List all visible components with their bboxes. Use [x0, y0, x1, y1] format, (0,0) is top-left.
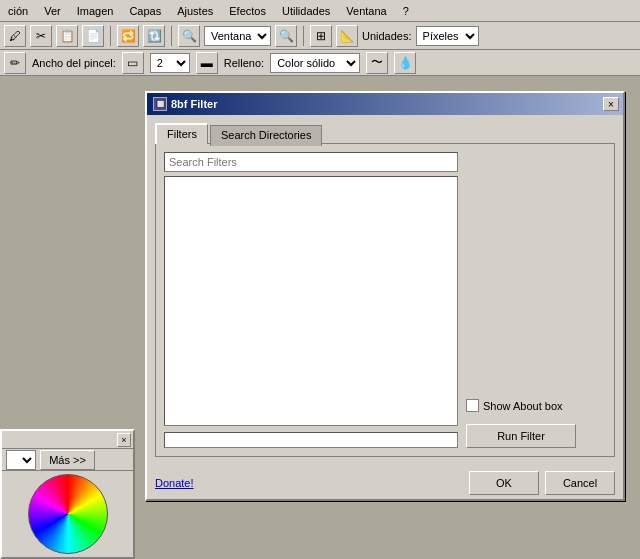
- menu-capas[interactable]: Capas: [125, 4, 165, 18]
- dialog-8bf-filter: 🔲 8bf Filter × Filters Search Directorie…: [145, 91, 625, 501]
- dialog-footer: Donate! OK Cancel: [147, 465, 623, 499]
- color-panel: × Más >>: [0, 429, 135, 559]
- tool-btn-8[interactable]: 🔍: [275, 25, 297, 47]
- relleno-label: Relleno:: [224, 57, 264, 69]
- dialog-title-icon: 🔲: [153, 97, 167, 111]
- tool-zoom-btn[interactable]: 🔍: [178, 25, 200, 47]
- brush-color-btn[interactable]: 💧: [394, 52, 416, 74]
- zoom-select[interactable]: Ventana: [204, 26, 271, 46]
- tool-btn-2[interactable]: ✂: [30, 25, 52, 47]
- dialog-titlebar: 🔲 8bf Filter ×: [147, 93, 623, 115]
- main-area: × Más >> 🔲 8bf Filter × Filters: [0, 76, 640, 559]
- color-panel-toolbar: Más >>: [2, 449, 133, 471]
- width-increase-btn[interactable]: ▬: [196, 52, 218, 74]
- menu-ventana[interactable]: Ventana: [342, 4, 390, 18]
- unidades-select[interactable]: Píxeles: [416, 26, 479, 46]
- tool-ruler-btn[interactable]: 📐: [336, 25, 358, 47]
- menubar: ción Ver Imagen Capas Ajustes Efectos Ut…: [0, 0, 640, 22]
- tool-btn-1[interactable]: 🖊: [4, 25, 26, 47]
- width-select[interactable]: 2: [150, 53, 190, 73]
- filter-progress-bar: [164, 432, 458, 448]
- mas-btn[interactable]: Más >>: [40, 450, 95, 470]
- dialog-body: Filters Search Directories: [147, 115, 623, 465]
- menu-help[interactable]: ?: [399, 4, 413, 18]
- color-mode-select[interactable]: [6, 450, 36, 470]
- footer-buttons: OK Cancel: [469, 471, 615, 495]
- unidades-label: Unidades:: [362, 30, 412, 42]
- ancho-label: Ancho del pincel:: [32, 57, 116, 69]
- color-wheel-container: [2, 471, 133, 557]
- dialog-close-btn[interactable]: ×: [603, 97, 619, 111]
- filter-listbox[interactable]: [164, 176, 458, 426]
- brush-curve-btn[interactable]: 〜: [366, 52, 388, 74]
- sep-3: [303, 26, 304, 46]
- menu-ajustes[interactable]: Ajustes: [173, 4, 217, 18]
- filter-left-panel: [164, 152, 458, 448]
- menu-cion[interactable]: ción: [4, 4, 32, 18]
- tab-filters[interactable]: Filters: [155, 123, 208, 144]
- tool-btn-3[interactable]: 📋: [56, 25, 78, 47]
- tab-content-filters: Show About box Run Filter: [155, 143, 615, 457]
- width-decrease-btn[interactable]: ▭: [122, 52, 144, 74]
- sep-1: [110, 26, 111, 46]
- cancel-btn[interactable]: Cancel: [545, 471, 615, 495]
- donate-link[interactable]: Donate!: [155, 477, 194, 489]
- show-about-row: Show About box: [466, 399, 563, 412]
- show-about-checkbox[interactable]: [466, 399, 479, 412]
- color-panel-titlebar: ×: [2, 431, 133, 449]
- sep-2: [171, 26, 172, 46]
- dialog-title: 🔲 8bf Filter: [153, 97, 217, 111]
- menu-ver[interactable]: Ver: [40, 4, 65, 18]
- color-wheel[interactable]: [28, 474, 108, 554]
- tab-search-directories[interactable]: Search Directories: [210, 125, 322, 146]
- show-about-label: Show About box: [483, 400, 563, 412]
- menu-efectos[interactable]: Efectos: [225, 4, 270, 18]
- filter-panel: Show About box Run Filter: [164, 152, 606, 448]
- menu-utilidades[interactable]: Utilidades: [278, 4, 334, 18]
- run-filter-btn[interactable]: Run Filter: [466, 424, 576, 448]
- menu-imagen[interactable]: Imagen: [73, 4, 118, 18]
- ok-btn[interactable]: OK: [469, 471, 539, 495]
- tool-grid-btn[interactable]: ⊞: [310, 25, 332, 47]
- tab-bar: Filters Search Directories: [155, 123, 615, 144]
- relleno-select[interactable]: Color sólido: [270, 53, 360, 73]
- dialog-title-text: 8bf Filter: [171, 98, 217, 110]
- filter-right-panel: Show About box Run Filter: [466, 152, 606, 448]
- search-filters-input[interactable]: [164, 152, 458, 172]
- toolbar-1: 🖊 ✂ 📋 📄 🔁 🔃 🔍 Ventana 🔍 ⊞ 📐 Unidades: Pí…: [0, 22, 640, 50]
- tool-btn-4[interactable]: 📄: [82, 25, 104, 47]
- tool-btn-5[interactable]: 🔁: [117, 25, 139, 47]
- color-panel-close-btn[interactable]: ×: [117, 433, 131, 447]
- brush-tool-btn[interactable]: ✏: [4, 52, 26, 74]
- toolbar-2: ✏ Ancho del pincel: ▭ 2 ▬ Relleno: Color…: [0, 50, 640, 76]
- tool-btn-6[interactable]: 🔃: [143, 25, 165, 47]
